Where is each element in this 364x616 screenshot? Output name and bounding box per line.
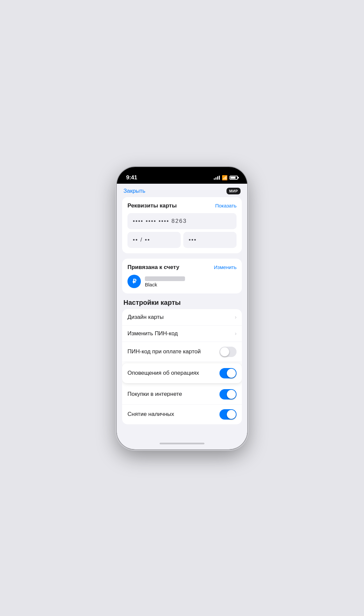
settings-section: Настройки карты Дизайн карты › Изменить … bbox=[117, 299, 247, 424]
phone-frame: 9:41 📶 Закрыть МИР bbox=[117, 167, 247, 449]
home-bar bbox=[160, 443, 204, 444]
status-icons: 📶 bbox=[214, 175, 238, 180]
account-number-masked bbox=[145, 276, 185, 281]
scroll-content[interactable]: Закрыть МИР Реквизиты карты Показать •••… bbox=[117, 184, 247, 438]
notifications-toggle[interactable] bbox=[219, 368, 237, 378]
account-header: Привязана к счету Изменить bbox=[127, 264, 237, 271]
settings-item-design[interactable]: Дизайн карты › bbox=[122, 309, 242, 326]
pin-payment-toggle[interactable] bbox=[219, 347, 237, 357]
battery-icon bbox=[230, 176, 238, 180]
cash-toggle[interactable] bbox=[219, 409, 237, 420]
account-name: Black bbox=[145, 282, 237, 287]
chevron-icon-pin: › bbox=[235, 331, 237, 337]
account-info: Black bbox=[145, 275, 237, 287]
online-toggle-knob bbox=[227, 390, 236, 399]
settings-item-pin-label: Изменить ПИН-код bbox=[127, 330, 178, 337]
status-time: 9:41 bbox=[126, 174, 137, 181]
settings-item-notifications[interactable]: Оповещения об операциях bbox=[122, 363, 242, 383]
home-indicator bbox=[117, 438, 247, 449]
card-details-section: Реквизиты карты Показать •••• •••• •••• … bbox=[122, 197, 242, 253]
online-toggle[interactable] bbox=[219, 389, 237, 400]
card-expiry-field: •• / •• bbox=[127, 232, 181, 248]
settings-item-pin-payment-right bbox=[219, 347, 237, 357]
close-button[interactable]: Закрыть bbox=[123, 188, 145, 194]
account-title: Привязана к счету bbox=[127, 264, 179, 271]
settings-item-online-right bbox=[219, 389, 237, 400]
settings-title: Настройки карты bbox=[122, 299, 242, 306]
settings-item-pin-payment-label: ПИН-код при оплате картой bbox=[127, 348, 201, 355]
settings-item-pin[interactable]: Изменить ПИН-код › bbox=[122, 326, 242, 342]
settings-item-cash[interactable]: Снятие наличных bbox=[122, 405, 242, 424]
card-details-title: Реквизиты карты bbox=[127, 202, 177, 209]
status-bar: 9:41 📶 bbox=[117, 167, 247, 184]
phone-screen: 9:41 📶 Закрыть МИР bbox=[117, 167, 247, 449]
settings-item-online-label: Покупки в интернете bbox=[127, 391, 182, 398]
card-badge-text: МИР bbox=[229, 189, 238, 193]
wifi-icon: 📶 bbox=[222, 175, 227, 180]
settings-item-pin-right: › bbox=[235, 331, 237, 337]
signal-icon bbox=[214, 176, 220, 180]
settings-item-design-label: Дизайн карты bbox=[127, 314, 164, 321]
settings-group: Дизайн карты › Изменить ПИН-код › bbox=[122, 309, 242, 424]
notifications-toggle-knob bbox=[227, 369, 236, 378]
settings-item-design-right: › bbox=[235, 314, 237, 320]
account-item: ₽ Black bbox=[127, 275, 237, 288]
settings-item-cash-right bbox=[219, 409, 237, 420]
show-card-button[interactable]: Показать bbox=[215, 203, 237, 208]
card-details-header: Реквизиты карты Показать bbox=[127, 202, 237, 209]
card-badge: МИР bbox=[226, 188, 241, 194]
card-number-field: •••• •••• •••• 8263 bbox=[127, 213, 237, 229]
account-section: Привязана к счету Изменить ₽ Black bbox=[122, 259, 242, 293]
cash-toggle-knob bbox=[227, 410, 236, 419]
settings-item-notifications-right bbox=[219, 368, 237, 378]
settings-item-cash-label: Снятие наличных bbox=[127, 411, 174, 418]
settings-item-notifications-label: Оповещения об операциях bbox=[127, 370, 199, 376]
card-cvv-field: ••• bbox=[183, 232, 237, 248]
chevron-icon: › bbox=[235, 314, 237, 320]
nav-bar: Закрыть МИР bbox=[117, 184, 247, 197]
settings-item-pin-payment[interactable]: ПИН-код при оплате картой bbox=[122, 342, 242, 362]
card-fields-row: •• / •• ••• bbox=[127, 232, 237, 248]
settings-item-online[interactable]: Покупки в интернете bbox=[122, 384, 242, 405]
account-icon: ₽ bbox=[127, 275, 141, 288]
change-account-button[interactable]: Изменить bbox=[214, 264, 237, 270]
account-number bbox=[145, 275, 237, 281]
pin-payment-toggle-knob bbox=[220, 347, 229, 356]
